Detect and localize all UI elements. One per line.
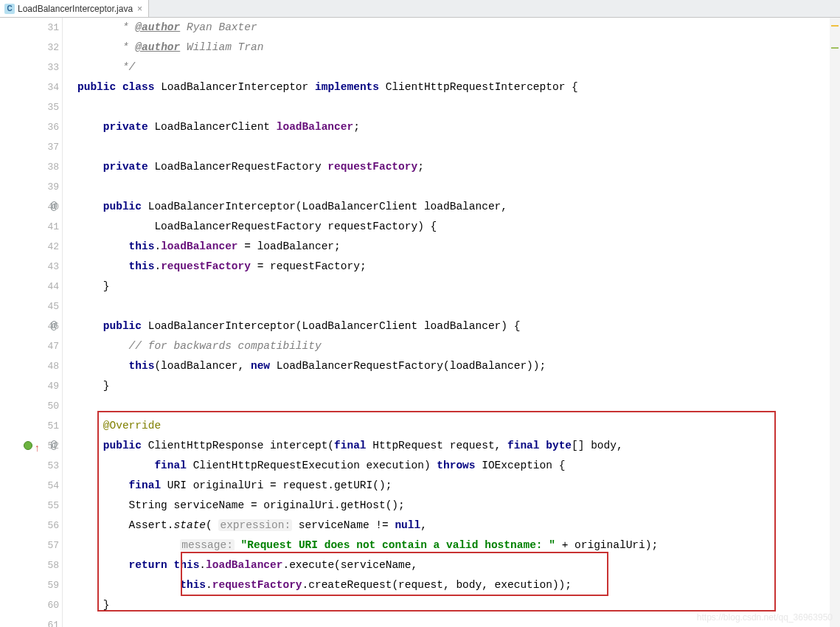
- gutter-line-54[interactable]: 54: [0, 476, 59, 496]
- gutter-line-38[interactable]: 38: [0, 157, 59, 177]
- gutter-line-56[interactable]: 56: [0, 516, 59, 536]
- editor-tab[interactable]: C LoadBalancerInterceptor.java ×: [0, 0, 149, 17]
- gutter-line-51[interactable]: 51: [0, 416, 59, 436]
- code-line[interactable]: final URI originalUri = request.getURI()…: [77, 476, 840, 496]
- code-line[interactable]: * @author William Tran: [77, 38, 840, 58]
- editor-area: 31323334353637383940@414243444546@474849…: [0, 18, 840, 627]
- code-line[interactable]: private LoadBalancerRequestFactory reque…: [77, 157, 840, 177]
- gutter-line-55[interactable]: 55: [0, 496, 59, 516]
- close-icon[interactable]: ×: [136, 4, 144, 14]
- code-line[interactable]: this.requestFactory = requestFactory;: [77, 257, 840, 277]
- code-line[interactable]: [77, 396, 840, 416]
- code-line[interactable]: this.loadBalancer = loadBalancer;: [77, 237, 840, 257]
- code-area[interactable]: * @author Ryan Baxter * @author William …: [63, 18, 840, 627]
- scrollbar-vertical[interactable]: [830, 18, 840, 627]
- gutter-line-36[interactable]: 36: [0, 117, 59, 137]
- code-line[interactable]: this(loadBalancer, new LoadBalancerReque…: [77, 356, 840, 376]
- error-stripe-mark[interactable]: [831, 47, 839, 49]
- override-gutter-icon[interactable]: @: [46, 197, 62, 217]
- gutter-line-60[interactable]: 60: [0, 595, 59, 615]
- code-line[interactable]: this.requestFactory.createRequest(reques…: [77, 575, 840, 595]
- gutter-line-31[interactable]: 31: [0, 18, 59, 38]
- gutter-line-49[interactable]: 49: [0, 376, 59, 396]
- code-line[interactable]: private LoadBalancerClient loadBalancer;: [77, 117, 840, 137]
- tab-filename: LoadBalancerInterceptor.java: [18, 4, 133, 14]
- code-line[interactable]: }: [77, 376, 840, 396]
- class-file-icon: C: [4, 4, 15, 14]
- gutter-line-47[interactable]: 47: [0, 336, 59, 356]
- gutter-line-34[interactable]: 34: [0, 77, 59, 97]
- code-line[interactable]: public class LoadBalancerInterceptor imp…: [77, 77, 840, 97]
- gutter-line-57[interactable]: 57: [0, 536, 59, 555]
- gutter-line-37[interactable]: 37: [0, 137, 59, 157]
- code-line[interactable]: [77, 97, 840, 117]
- gutter-line-32[interactable]: 32: [0, 38, 59, 58]
- code-line[interactable]: * @author Ryan Baxter: [77, 18, 840, 38]
- code-line[interactable]: return this.loadBalancer.execute(service…: [77, 555, 840, 575]
- gutter-line-50[interactable]: 50: [0, 396, 59, 416]
- code-line[interactable]: */: [77, 58, 840, 77]
- tab-bar: C LoadBalancerInterceptor.java ×: [0, 0, 840, 18]
- gutter-line-59[interactable]: 59: [0, 575, 59, 595]
- gutter-line-52[interactable]: 52@↑: [0, 436, 59, 456]
- gutter: 31323334353637383940@414243444546@474849…: [0, 18, 63, 627]
- gutter-line-42[interactable]: 42: [0, 237, 59, 257]
- code-line[interactable]: public LoadBalancerInterceptor(LoadBalan…: [77, 316, 840, 336]
- gutter-line-53[interactable]: 53: [0, 456, 59, 476]
- gutter-line-41[interactable]: 41: [0, 217, 59, 237]
- gutter-line-58[interactable]: 58: [0, 555, 59, 575]
- override-gutter-icon[interactable]: @: [46, 316, 62, 336]
- override-gutter-icon[interactable]: @: [46, 436, 62, 456]
- code-line[interactable]: public ClientHttpResponse intercept(fina…: [77, 436, 840, 456]
- run-gutter-icon[interactable]: [24, 441, 32, 450]
- gutter-line-39[interactable]: 39: [0, 177, 59, 197]
- gutter-line-46[interactable]: 46@: [0, 316, 59, 336]
- code-line[interactable]: final ClientHttpRequestExecution executi…: [77, 456, 840, 476]
- gutter-line-48[interactable]: 48: [0, 356, 59, 376]
- error-stripe-mark[interactable]: [831, 25, 839, 27]
- code-line[interactable]: public LoadBalancerInterceptor(LoadBalan…: [77, 197, 840, 217]
- gutter-line-40[interactable]: 40@: [0, 197, 59, 217]
- code-line[interactable]: @Override: [77, 416, 840, 436]
- code-line[interactable]: message: "Request URI does not contain a…: [77, 536, 840, 555]
- watermark-text: https://blog.csdn.net/qq_36963950: [697, 612, 833, 623]
- code-line[interactable]: // for backwards compatibility: [77, 336, 840, 356]
- gutter-line-43[interactable]: 43: [0, 257, 59, 277]
- gutter-line-33[interactable]: 33: [0, 58, 59, 77]
- gutter-line-61[interactable]: 61: [0, 615, 59, 627]
- gutter-line-45[interactable]: 45: [0, 297, 59, 316]
- gutter-line-44[interactable]: 44: [0, 277, 59, 297]
- code-line[interactable]: [77, 297, 840, 316]
- gutter-line-35[interactable]: 35: [0, 97, 59, 117]
- code-line[interactable]: }: [77, 277, 840, 297]
- code-line[interactable]: LoadBalancerRequestFactory requestFactor…: [77, 217, 840, 237]
- code-line[interactable]: String serviceName = originalUri.getHost…: [77, 496, 840, 516]
- code-line[interactable]: Assert.state( expression: serviceName !=…: [77, 516, 840, 536]
- code-line[interactable]: [77, 177, 840, 197]
- code-line[interactable]: [77, 137, 840, 157]
